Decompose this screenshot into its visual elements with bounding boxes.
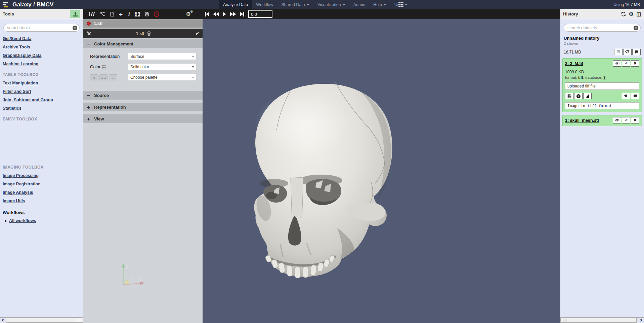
- edit-pencil-button[interactable]: ✎: [622, 117, 630, 123]
- dataset-title-link[interactable]: 1: skull_mesh.stl: [565, 118, 599, 123]
- tool-link-graph-display-data[interactable]: Graph/Display Data: [3, 53, 80, 58]
- tools-panel-title: Tools: [3, 11, 14, 16]
- tool-link-image-utils[interactable]: Image Utils: [3, 199, 80, 203]
- history-annotation-button[interactable]: [632, 49, 641, 55]
- info-icon[interactable]: i: [128, 11, 130, 17]
- tab-analyze-data[interactable]: Analyze Data: [219, 0, 252, 9]
- play-button[interactable]: [223, 12, 226, 16]
- chevron-down-icon: [384, 4, 386, 5]
- dataset-annotation-button[interactable]: [631, 93, 639, 99]
- fast-forward-button[interactable]: [230, 12, 236, 16]
- tool-link-filter-and-sort[interactable]: Filter and Sort: [3, 89, 80, 94]
- skip-to-start-button[interactable]: [205, 12, 209, 16]
- dataset-info-button[interactable]: i: [574, 93, 583, 99]
- tool-link-text-manipulation[interactable]: Text Manipulation: [3, 81, 80, 85]
- display-eye-button[interactable]: [613, 117, 621, 123]
- time-value-input[interactable]: [248, 10, 272, 18]
- rewind-button[interactable]: [213, 12, 219, 16]
- tool-links-list: Get/Send Data Archive Tools Graph/Displa…: [3, 36, 80, 223]
- representation-select[interactable]: Surface ▾: [128, 53, 197, 60]
- tools-wrench-icon[interactable]: [87, 31, 91, 36]
- fullscreen-expand-icon[interactable]: [135, 12, 140, 16]
- tool-link-join-subtract-group[interactable]: Join, Subtract and Group: [3, 98, 80, 102]
- tab-shared-data[interactable]: Shared Data: [277, 0, 313, 9]
- display-eye-button[interactable]: [613, 60, 621, 67]
- range-button[interactable]: ‥: [109, 74, 117, 80]
- scroll-grip[interactable]: [563, 319, 567, 322]
- apply-check-icon[interactable]: ✔: [196, 31, 199, 36]
- scroll-grip[interactable]: [77, 319, 81, 322]
- section-color-management[interactable]: − Color Management: [83, 39, 203, 48]
- add-icon[interactable]: +: [119, 11, 123, 17]
- skip-to-end-button[interactable]: [240, 12, 244, 16]
- tags-icon: [625, 50, 630, 54]
- section-representation[interactable]: + Representation: [83, 103, 203, 111]
- history-shown-count: 2 shown: [564, 41, 641, 45]
- history-options-gear-icon[interactable]: ⚙: [629, 11, 633, 16]
- multi-history-columns-icon[interactable]: ◫: [637, 11, 641, 16]
- brand-home-link[interactable]: Galaxy / BMCV: [3, 1, 54, 8]
- tools-search-input[interactable]: [7, 26, 73, 30]
- upload-button[interactable]: [70, 10, 80, 18]
- tool-link-statistics[interactable]: Statistics: [3, 106, 80, 111]
- clear-search-icon[interactable]: ✕: [73, 26, 77, 30]
- dataset-title-link[interactable]: 2: 2_M.tif: [565, 61, 583, 66]
- apps-grid-icon[interactable]: [398, 2, 404, 7]
- toolbox-empty-space: [3, 125, 80, 165]
- charts-icon[interactable]: [89, 12, 95, 16]
- clear-search-icon[interactable]: ✕: [634, 26, 638, 30]
- delete-x-button[interactable]: ✖: [631, 117, 639, 123]
- document-icon[interactable]: [110, 12, 114, 16]
- select-items-button[interactable]: ☑: [614, 49, 622, 55]
- 3d-viewport[interactable]: [203, 19, 560, 317]
- tab-workflow[interactable]: Workflow: [252, 0, 277, 9]
- expand-plus-icon: +: [87, 116, 91, 121]
- history-search-input[interactable]: [567, 26, 634, 30]
- trash-icon[interactable]: [147, 31, 151, 36]
- dataset-tags-button[interactable]: [622, 93, 630, 99]
- droplet-button[interactable]: ◆: [90, 74, 98, 80]
- memory-usage-indicator: Using 16.7 MB: [613, 2, 640, 7]
- galaxy-logo-icon: [3, 2, 10, 8]
- link-all-workflows[interactable]: All workflows: [9, 218, 36, 223]
- history-name[interactable]: Unnamed history: [564, 36, 641, 41]
- dataset-action-row: i: [565, 93, 639, 99]
- delete-x-button[interactable]: ✖: [631, 60, 639, 67]
- tool-link-get-send-data[interactable]: Get/Send Data: [3, 36, 80, 41]
- workflow-tree-icon[interactable]: [100, 12, 105, 16]
- tool-link-image-processing[interactable]: Image Processing: [3, 173, 80, 178]
- refresh-icon[interactable]: [621, 12, 626, 16]
- palette-select[interactable]: Choose palette ▾: [128, 74, 197, 81]
- dataset-tab[interactable]: 1.stl: [83, 19, 203, 28]
- tools-panel-header: Tools: [0, 9, 83, 19]
- chevron-down-icon: [307, 4, 309, 5]
- history-horizontal-scrollbar[interactable]: [560, 318, 637, 323]
- collapse-right-panel-chevron[interactable]: >: [640, 317, 642, 323]
- dataset-annotation-box[interactable]: uploaded tiff file: [565, 82, 639, 90]
- history-tags-button[interactable]: [623, 49, 632, 55]
- database-value-link[interactable]: ?: [603, 75, 606, 79]
- visualize-chart-button[interactable]: [583, 93, 592, 99]
- save-icon[interactable]: [144, 12, 149, 16]
- color-select[interactable]: Solid color ▾: [128, 63, 197, 70]
- histogram-button[interactable]: ▲▲: [99, 74, 108, 80]
- clock-record-icon[interactable]: [154, 11, 159, 17]
- tab-label: Shared Data: [282, 2, 305, 7]
- download-save-button[interactable]: [565, 93, 573, 99]
- tab-visualization[interactable]: Visualization: [313, 0, 349, 9]
- tab-help[interactable]: Help: [369, 0, 390, 9]
- color-label: Color: [90, 64, 128, 69]
- tool-link-image-analysis[interactable]: Image Analysis: [3, 190, 80, 195]
- tools-horizontal-scrollbar[interactable]: [6, 318, 83, 323]
- tool-link-image-registration[interactable]: Image Registration: [3, 182, 80, 186]
- tool-link-archive-tools[interactable]: Archive Tools: [3, 45, 80, 49]
- history-header-icons: ⚙ ◫: [621, 11, 641, 16]
- section-view[interactable]: + View: [83, 114, 203, 123]
- chevron-down-icon: ▾: [192, 55, 194, 58]
- tool-link-machine-learning[interactable]: Machine Learning: [3, 62, 80, 66]
- collapse-left-panel-chevron[interactable]: <: [2, 317, 4, 323]
- settings-gears-icon[interactable]: ⚙⚙: [186, 11, 191, 17]
- section-source[interactable]: − Source: [83, 91, 203, 100]
- tab-admin[interactable]: Admin: [349, 0, 369, 9]
- edit-pencil-button[interactable]: ✎: [622, 60, 630, 67]
